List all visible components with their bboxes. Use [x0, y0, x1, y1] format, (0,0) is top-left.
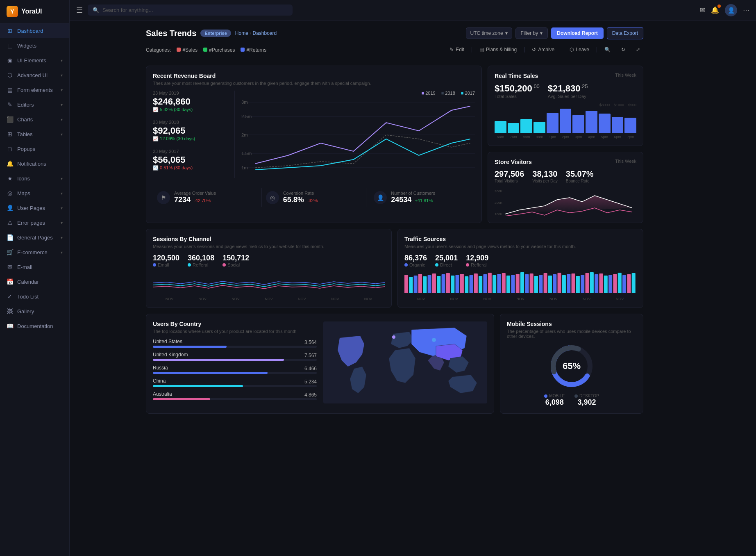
nav-icon-email: ✉	[7, 264, 13, 270]
store-visitors-card: Store Visitors This Week 297,506 Total V…	[488, 152, 643, 223]
avg-sales-label: Avg. Sales per Day	[548, 94, 588, 99]
sidebar-item-todo[interactable]: ✓ Todo List	[0, 289, 69, 304]
traffic-card: Traffic Sources Measures your user's ses…	[397, 229, 643, 308]
revenue-amount-3: $56,065	[153, 155, 228, 165]
country-bar-0	[153, 346, 227, 348]
revenue-amount-1: $246,860	[153, 96, 228, 107]
sidebar-item-ecommerce[interactable]: 🛒 E-commerce ▾	[0, 245, 69, 260]
sidebar-item-editors[interactable]: ✎ Editors ▾	[0, 97, 69, 112]
revenue-entry-2018: 23 May 2018 $92,065 📈 12.09% (30 days)	[153, 120, 228, 141]
archive-button[interactable]: ↺ Archive	[529, 45, 558, 54]
rt-bar-5	[560, 109, 572, 133]
revenue-stats: 23 May 2019 $246,860 📈 5.32% (30 days) 2…	[153, 91, 235, 178]
sidebar-item-advanced-ui[interactable]: ⬡ Advanced UI ▾	[0, 68, 69, 82]
search-tool-button[interactable]: 🔍	[601, 45, 614, 54]
realtime-title: Real Time Sales	[495, 73, 538, 79]
sidebar-item-error-pages[interactable]: ⚠ Error pages ▾	[0, 215, 69, 230]
donut-percent: 65%	[563, 361, 581, 371]
sidebar-item-tables[interactable]: ⊞ Tables ▾	[0, 127, 69, 141]
nav-chevron-charts: ▾	[61, 117, 63, 122]
svg-rect-15	[409, 277, 413, 293]
data-export-button[interactable]: Data Export	[607, 27, 643, 39]
refresh-button[interactable]: ↻	[618, 45, 629, 54]
sidebar-item-user-pages[interactable]: 👤 User Pages ▾	[0, 201, 69, 215]
country-name-1: United Kingdom	[153, 352, 188, 358]
sidebar-item-icons[interactable]: ★ Icons ▾	[0, 171, 69, 186]
svg-text:300K: 300K	[495, 189, 503, 193]
svg-rect-40	[525, 274, 529, 293]
revenue-date-1: 23 May 2019	[153, 91, 228, 96]
sidebar-item-dashboard[interactable]: ⊞ Dashboard	[0, 23, 69, 38]
chart-view-button[interactable]: ⤢	[633, 45, 643, 54]
edit-button[interactable]: ✎ Edit	[446, 45, 468, 54]
metric-avg-label: Average Order Value	[174, 191, 216, 196]
svg-rect-24	[451, 276, 454, 293]
avatar[interactable]: 👤	[725, 4, 737, 16]
sidebar-item-documentation[interactable]: 📖 Documentation	[0, 319, 69, 333]
timezone-label: UTC time zone	[470, 30, 503, 36]
svg-rect-53	[585, 273, 589, 293]
bounce-rate-value: 35.07%	[566, 169, 594, 179]
sidebar-item-notifications[interactable]: 🔔 Notifications	[0, 156, 69, 171]
notification-icon[interactable]: 🔔	[711, 6, 719, 14]
revenue-card: Recent Revenue Board Thes are your most …	[146, 66, 482, 223]
revenue-change-1: 📈 5.32% (30 days)	[153, 107, 228, 112]
nav-chevron-icons: ▾	[61, 176, 63, 181]
sidebar-item-widgets[interactable]: ◫ Widgets	[0, 38, 69, 53]
sidebar-item-email[interactable]: ✉ E-mail	[0, 260, 69, 274]
logo-text: YoraUI	[21, 8, 42, 15]
right-column: Real Time Sales This Week $150,200.00 To…	[488, 66, 643, 223]
category-returns[interactable]: #Returns	[241, 47, 266, 53]
sidebar-item-form-elements[interactable]: ▤ Form elements ▾	[0, 82, 69, 97]
metric-conv-change: -32%	[307, 198, 318, 203]
svg-text:200K: 200K	[495, 201, 503, 205]
sidebar-item-charts[interactable]: ⬛ Charts ▾	[0, 112, 69, 127]
nav-chevron-tables: ▾	[61, 132, 63, 137]
filter-chevron: ▾	[540, 30, 543, 36]
hamburger-button[interactable]: ☰	[76, 6, 83, 15]
svg-point-66	[432, 338, 436, 342]
category-sales[interactable]: #Sales	[177, 47, 198, 53]
nav-icon-advanced-ui: ⬡	[7, 72, 13, 78]
sidebar-item-ui-elements[interactable]: ◉ UI Elements ▾	[0, 53, 69, 68]
more-icon[interactable]: ⋯	[743, 6, 749, 14]
total-visitors-value: 297,506	[495, 169, 524, 179]
country-name-3: China	[153, 378, 166, 384]
sidebar-item-general-pages[interactable]: 📄 General Pages ▾	[0, 230, 69, 245]
nav-icon-tables: ⊞	[7, 131, 13, 137]
sidebar-item-popups[interactable]: ◻ Popups	[0, 141, 69, 156]
sidebar-item-maps[interactable]: ◎ Maps ▾	[0, 186, 69, 201]
rt-bar-label-5: 2pm	[560, 135, 572, 139]
sidebar-item-gallery[interactable]: 🖼 Gallery	[0, 304, 69, 319]
timezone-select[interactable]: UTC time zone ▾	[466, 27, 512, 39]
svg-rect-51	[576, 276, 580, 293]
sidebar-item-calendar[interactable]: 📅 Calendar	[0, 274, 69, 289]
metric-conv-value: 65.8%	[283, 196, 304, 204]
svg-text:2m: 2m	[241, 133, 248, 137]
svg-rect-46	[553, 274, 556, 293]
plans-billing-button[interactable]: ▤ Plans & billing	[476, 45, 520, 54]
svg-rect-39	[520, 272, 524, 293]
breadcrumb-home[interactable]: Home	[235, 30, 248, 36]
svg-rect-57	[604, 276, 608, 293]
svg-rect-20	[432, 273, 436, 293]
country-bar-1	[153, 359, 284, 361]
metric-cust-label: Number of Customers	[391, 191, 435, 196]
leave-button[interactable]: ⬡ Leave	[566, 45, 593, 54]
filter-button[interactable]: Filter by ▾	[515, 27, 548, 39]
mail-icon[interactable]: ✉	[700, 6, 705, 14]
category-purchases[interactable]: #Purchases	[203, 47, 235, 53]
nav-icon-gallery: 🖼	[7, 308, 13, 314]
download-report-button[interactable]: Download Report	[551, 27, 603, 39]
visitors-svg: 300K 200K 100K	[495, 187, 636, 216]
country-row-1: United Kingdom 7,567	[153, 352, 317, 361]
svg-rect-16	[414, 276, 418, 293]
nav-chevron-user-pages: ▾	[61, 206, 63, 210]
svg-rect-54	[590, 272, 594, 293]
nav-label-editors: Editors	[17, 102, 34, 108]
categories-label: Categories:	[146, 47, 171, 53]
rt-bar-6	[572, 115, 584, 133]
rt-bar-label-3: 9am	[534, 135, 545, 139]
search-input[interactable]	[102, 7, 288, 13]
svg-rect-58	[608, 275, 612, 293]
